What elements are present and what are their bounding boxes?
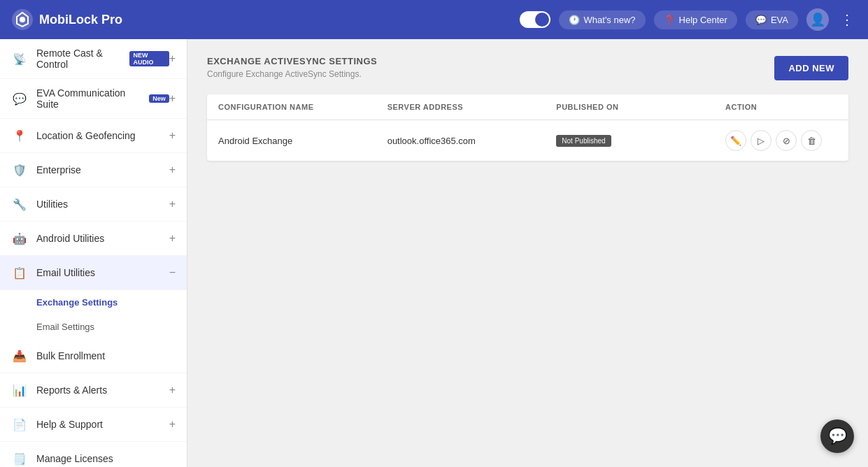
toggle-switch[interactable] — [520, 11, 550, 28]
app-logo: MobiLock Pro — [11, 8, 520, 31]
user-avatar[interactable]: 👤 — [806, 8, 829, 31]
sidebar-item-label: Email Utilities — [36, 267, 169, 278]
svg-point-1 — [20, 17, 25, 22]
utilities-icon: 🔧 — [11, 196, 28, 213]
content-inner: EXCHANGE ACTIVESYNC SETTINGS Configure E… — [187, 39, 868, 178]
col-published-on: PUBLISHED ON — [556, 103, 725, 111]
expand-icon: + — [169, 164, 176, 176]
email-utilities-icon: 📋 — [11, 264, 28, 281]
clock-icon: 🕐 — [569, 15, 580, 25]
sidebar-item-label: Bulk Enrollment — [36, 350, 176, 361]
reports-alerts-icon: 📊 — [11, 382, 28, 398]
table-header: CONFIGURATION NAME SERVER ADDRESS PUBLIS… — [207, 94, 848, 120]
app-header: MobiLock Pro 🕐 What's new? ❓ Help Center… — [0, 0, 868, 39]
sidebar-item-label: Remote Cast & Control NEW AUDIO — [36, 48, 169, 70]
sidebar: 📡 Remote Cast & Control NEW AUDIO + 💬 EV… — [0, 39, 187, 467]
sidebar-item-email-utilities[interactable]: 📋 Email Utilities − — [0, 256, 187, 290]
expand-icon: + — [169, 232, 176, 245]
page-subtitle: Configure Exchange ActiveSync Settings. — [207, 69, 377, 79]
sidebar-item-label: Reports & Alerts — [36, 385, 169, 396]
app-title: MobiLock Pro — [39, 13, 122, 27]
exchange-settings-label: Exchange Settings — [36, 297, 118, 308]
expand-icon: + — [169, 92, 176, 105]
sidebar-item-help-support[interactable]: 📄 Help & Support + — [0, 408, 187, 442]
cell-published-on: Not Published — [556, 135, 725, 147]
sidebar-item-android-utilities[interactable]: 🤖 Android Utilities + — [0, 222, 187, 256]
remote-cast-icon: 📡 — [11, 50, 28, 67]
expand-icon: + — [169, 198, 176, 210]
col-server-address: SERVER ADDRESS — [387, 103, 557, 111]
cell-config-name: Android Exchange — [218, 136, 387, 146]
new-badge: New — [149, 94, 169, 103]
col-config-name: CONFIGURATION NAME — [218, 103, 387, 111]
header-right: 🕐 What's new? ❓ Help Center 💬 EVA 👤 ⋮ — [520, 8, 857, 31]
cell-action: ✏️ ▷ ⊘ 🗑 — [725, 130, 837, 151]
sidebar-item-manage-licenses[interactable]: 🗒️ Manage Licenses — [0, 442, 187, 467]
sidebar-item-label: Location & Geofencing — [36, 130, 169, 141]
new-badge: NEW AUDIO — [129, 51, 169, 66]
sidebar-item-enterprise[interactable]: 🛡️ Enterprise + — [0, 153, 187, 187]
help-support-icon: 📄 — [11, 416, 28, 433]
delete-button[interactable]: 🗑 — [801, 130, 822, 151]
collapse-icon: − — [169, 266, 176, 279]
sidebar-item-reports-alerts[interactable]: 📊 Reports & Alerts + — [0, 373, 187, 408]
edit-button[interactable]: ✏️ — [725, 130, 746, 151]
expand-icon: + — [169, 52, 176, 65]
sidebar-subitem-exchange-settings[interactable]: Exchange Settings — [0, 290, 187, 315]
expand-icon: + — [169, 384, 176, 396]
android-utilities-icon: 🤖 — [11, 230, 28, 247]
more-menu-icon[interactable]: ⋮ — [837, 8, 857, 31]
logo-icon — [11, 8, 34, 31]
table-container: CONFIGURATION NAME SERVER ADDRESS PUBLIS… — [207, 94, 848, 161]
col-action: ACTION — [725, 103, 837, 111]
chat-bubble-button[interactable]: 💬 — [820, 419, 854, 453]
sidebar-item-bulk-enrollment[interactable]: 📥 Bulk Enrollment — [0, 339, 187, 373]
sidebar-item-location[interactable]: 📍 Location & Geofencing + — [0, 119, 187, 153]
sidebar-item-label: Android Utilities — [36, 233, 169, 244]
sidebar-item-utilities[interactable]: 🔧 Utilities + — [0, 187, 187, 222]
manage-licenses-icon: 🗒️ — [11, 450, 28, 467]
email-settings-label: Email Settings — [36, 322, 94, 332]
sidebar-item-label: Manage Licenses — [36, 453, 176, 464]
location-icon: 📍 — [11, 127, 28, 144]
main-content: EXCHANGE ACTIVESYNC SETTINGS Configure E… — [187, 39, 868, 467]
publish-button[interactable]: ▷ — [750, 130, 771, 151]
bulk-enrollment-icon: 📥 — [11, 347, 28, 364]
sidebar-item-label: EVA Communication Suite New — [36, 87, 169, 110]
eva-button[interactable]: 💬 EVA — [746, 10, 798, 29]
sidebar-item-label: Help & Support — [36, 419, 169, 430]
expand-icon: + — [169, 418, 176, 431]
disable-button[interactable]: ⊘ — [776, 130, 797, 151]
enterprise-icon: 🛡️ — [11, 161, 28, 178]
help-center-button[interactable]: ❓ Help Center — [654, 10, 737, 29]
eva-icon: 💬 — [755, 15, 767, 25]
cell-server-address: outlook.office365.com — [387, 136, 557, 146]
sidebar-item-label: Utilities — [36, 199, 169, 210]
whats-new-button[interactable]: 🕐 What's new? — [559, 10, 646, 29]
content-header: EXCHANGE ACTIVESYNC SETTINGS Configure E… — [207, 56, 848, 80]
page-title: EXCHANGE ACTIVESYNC SETTINGS — [207, 56, 377, 66]
not-published-badge: Not Published — [556, 135, 611, 147]
sidebar-subitem-email-settings[interactable]: Email Settings — [0, 315, 187, 339]
question-icon: ❓ — [664, 15, 675, 25]
sidebar-item-remote-cast[interactable]: 📡 Remote Cast & Control NEW AUDIO + — [0, 39, 187, 79]
action-buttons: ✏️ ▷ ⊘ 🗑 — [725, 130, 837, 151]
sidebar-item-eva[interactable]: 💬 EVA Communication Suite New + — [0, 79, 187, 119]
sidebar-item-label: Enterprise — [36, 164, 169, 175]
table-row: Android Exchange outlook.office365.com N… — [207, 120, 848, 161]
add-new-button[interactable]: ADD NEW — [774, 56, 848, 80]
eva-suite-icon: 💬 — [11, 90, 28, 107]
page-header-text: EXCHANGE ACTIVESYNC SETTINGS Configure E… — [207, 56, 377, 79]
expand-icon: + — [169, 129, 176, 142]
main-layout: 📡 Remote Cast & Control NEW AUDIO + 💬 EV… — [0, 39, 868, 467]
